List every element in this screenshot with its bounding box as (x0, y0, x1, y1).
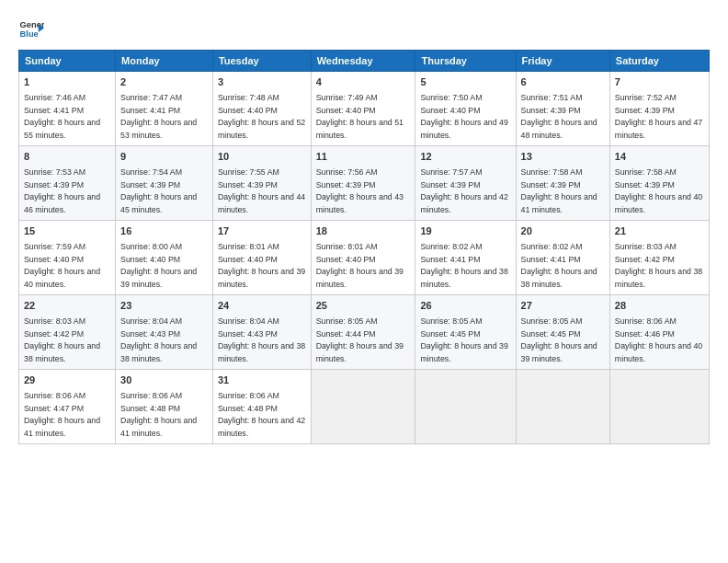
day-number: 31 (218, 373, 306, 388)
day-number: 17 (218, 224, 306, 239)
day-info: Sunrise: 7:49 AMSunset: 4:40 PMDaylight:… (316, 93, 404, 140)
header-day-sunday: Sunday (19, 51, 116, 72)
day-number: 15 (24, 224, 110, 239)
day-info: Sunrise: 7:54 AMSunset: 4:39 PMDaylight:… (120, 167, 197, 214)
day-cell (311, 370, 415, 444)
day-cell: 30Sunrise: 8:06 AMSunset: 4:48 PMDayligh… (116, 370, 213, 444)
day-cell: 7Sunrise: 7:52 AMSunset: 4:39 PMDaylight… (609, 72, 709, 146)
week-row-1: 1Sunrise: 7:46 AMSunset: 4:41 PMDaylight… (19, 72, 710, 146)
day-cell: 29Sunrise: 8:06 AMSunset: 4:47 PMDayligh… (19, 370, 116, 444)
day-info: Sunrise: 8:05 AMSunset: 4:44 PMDaylight:… (316, 316, 404, 363)
day-cell: 24Sunrise: 8:04 AMSunset: 4:43 PMDayligh… (212, 295, 311, 370)
day-info: Sunrise: 7:56 AMSunset: 4:39 PMDaylight:… (316, 167, 404, 214)
week-row-5: 29Sunrise: 8:06 AMSunset: 4:47 PMDayligh… (19, 370, 710, 444)
day-info: Sunrise: 8:06 AMSunset: 4:48 PMDaylight:… (218, 391, 305, 438)
day-number: 28 (615, 299, 704, 314)
day-cell: 27Sunrise: 8:05 AMSunset: 4:45 PMDayligh… (516, 295, 609, 370)
day-info: Sunrise: 8:02 AMSunset: 4:41 PMDaylight:… (521, 242, 597, 289)
day-cell: 17Sunrise: 8:01 AMSunset: 4:40 PMDayligh… (212, 221, 311, 295)
day-info: Sunrise: 7:46 AMSunset: 4:41 PMDaylight:… (24, 93, 100, 140)
day-info: Sunrise: 8:05 AMSunset: 4:45 PMDaylight:… (521, 316, 597, 363)
day-number: 7 (615, 75, 704, 90)
day-cell: 31Sunrise: 8:06 AMSunset: 4:48 PMDayligh… (212, 370, 311, 444)
day-info: Sunrise: 7:58 AMSunset: 4:39 PMDaylight:… (615, 167, 702, 214)
day-info: Sunrise: 8:04 AMSunset: 4:43 PMDaylight:… (120, 316, 197, 363)
header: General Blue (18, 17, 710, 42)
day-cell: 15Sunrise: 7:59 AMSunset: 4:40 PMDayligh… (19, 221, 116, 295)
day-info: Sunrise: 7:48 AMSunset: 4:40 PMDaylight:… (218, 93, 305, 140)
header-day-thursday: Thursday (415, 51, 516, 72)
header-row: SundayMondayTuesdayWednesdayThursdayFrid… (19, 51, 710, 72)
day-info: Sunrise: 8:01 AMSunset: 4:40 PMDaylight:… (218, 242, 305, 289)
day-number: 26 (420, 299, 510, 314)
day-info: Sunrise: 7:50 AMSunset: 4:40 PMDaylight:… (420, 93, 507, 140)
day-number: 2 (120, 75, 208, 90)
day-cell: 18Sunrise: 8:01 AMSunset: 4:40 PMDayligh… (311, 221, 415, 295)
day-number: 16 (120, 224, 208, 239)
day-number: 24 (218, 299, 306, 314)
day-cell: 14Sunrise: 7:58 AMSunset: 4:39 PMDayligh… (609, 146, 709, 221)
day-info: Sunrise: 8:06 AMSunset: 4:47 PMDaylight:… (24, 391, 100, 438)
day-cell: 20Sunrise: 8:02 AMSunset: 4:41 PMDayligh… (516, 221, 609, 295)
day-info: Sunrise: 7:58 AMSunset: 4:39 PMDaylight:… (521, 167, 597, 214)
day-cell: 21Sunrise: 8:03 AMSunset: 4:42 PMDayligh… (609, 221, 709, 295)
day-number: 25 (316, 299, 411, 314)
day-cell: 1Sunrise: 7:46 AMSunset: 4:41 PMDaylight… (19, 72, 116, 146)
svg-text:Blue: Blue (20, 29, 39, 39)
day-cell: 23Sunrise: 8:04 AMSunset: 4:43 PMDayligh… (116, 295, 213, 370)
day-number: 27 (521, 299, 605, 314)
day-number: 19 (420, 224, 510, 239)
day-number: 4 (316, 75, 411, 90)
day-info: Sunrise: 7:57 AMSunset: 4:39 PMDaylight:… (420, 167, 507, 214)
day-cell: 26Sunrise: 8:05 AMSunset: 4:45 PMDayligh… (415, 295, 516, 370)
day-number: 22 (24, 299, 110, 314)
day-cell: 19Sunrise: 8:02 AMSunset: 4:41 PMDayligh… (415, 221, 516, 295)
day-number: 5 (420, 75, 510, 90)
day-cell (609, 370, 709, 444)
day-cell: 11Sunrise: 7:56 AMSunset: 4:39 PMDayligh… (311, 146, 415, 221)
day-cell: 8Sunrise: 7:53 AMSunset: 4:39 PMDaylight… (19, 146, 116, 221)
day-cell: 3Sunrise: 7:48 AMSunset: 4:40 PMDaylight… (212, 72, 311, 146)
header-day-tuesday: Tuesday (212, 51, 311, 72)
day-number: 23 (120, 299, 208, 314)
day-info: Sunrise: 8:00 AMSunset: 4:40 PMDaylight:… (120, 242, 197, 289)
day-number: 9 (120, 150, 208, 165)
week-row-4: 22Sunrise: 8:03 AMSunset: 4:42 PMDayligh… (19, 295, 710, 370)
day-cell (415, 370, 516, 444)
day-number: 21 (615, 224, 704, 239)
day-number: 13 (521, 150, 605, 165)
day-number: 1 (24, 75, 110, 90)
day-number: 12 (420, 150, 510, 165)
day-number: 14 (615, 150, 704, 165)
day-info: Sunrise: 7:47 AMSunset: 4:41 PMDaylight:… (120, 93, 197, 140)
day-info: Sunrise: 7:59 AMSunset: 4:40 PMDaylight:… (24, 242, 100, 289)
day-cell: 10Sunrise: 7:55 AMSunset: 4:39 PMDayligh… (212, 146, 311, 221)
day-info: Sunrise: 7:55 AMSunset: 4:39 PMDaylight:… (218, 167, 305, 214)
day-number: 18 (316, 224, 411, 239)
day-cell: 22Sunrise: 8:03 AMSunset: 4:42 PMDayligh… (19, 295, 116, 370)
day-cell: 25Sunrise: 8:05 AMSunset: 4:44 PMDayligh… (311, 295, 415, 370)
day-cell: 28Sunrise: 8:06 AMSunset: 4:46 PMDayligh… (609, 295, 709, 370)
day-info: Sunrise: 8:06 AMSunset: 4:48 PMDaylight:… (120, 391, 197, 438)
day-number: 29 (24, 373, 110, 388)
day-cell: 16Sunrise: 8:00 AMSunset: 4:40 PMDayligh… (116, 221, 213, 295)
day-info: Sunrise: 7:53 AMSunset: 4:39 PMDaylight:… (24, 167, 100, 214)
week-row-3: 15Sunrise: 7:59 AMSunset: 4:40 PMDayligh… (19, 221, 710, 295)
header-day-friday: Friday (516, 51, 609, 72)
day-cell: 5Sunrise: 7:50 AMSunset: 4:40 PMDaylight… (415, 72, 516, 146)
week-row-2: 8Sunrise: 7:53 AMSunset: 4:39 PMDaylight… (19, 146, 710, 221)
logo-icon: General Blue (18, 17, 44, 42)
day-info: Sunrise: 8:04 AMSunset: 4:43 PMDaylight:… (218, 316, 305, 363)
day-number: 11 (316, 150, 411, 165)
day-number: 30 (120, 373, 208, 388)
day-info: Sunrise: 7:51 AMSunset: 4:39 PMDaylight:… (521, 93, 597, 140)
day-info: Sunrise: 8:05 AMSunset: 4:45 PMDaylight:… (420, 316, 507, 363)
day-info: Sunrise: 8:01 AMSunset: 4:40 PMDaylight:… (316, 242, 404, 289)
day-number: 20 (521, 224, 605, 239)
page: General Blue SundayMondayTuesdayWednesda… (0, 0, 728, 563)
day-cell: 13Sunrise: 7:58 AMSunset: 4:39 PMDayligh… (516, 146, 609, 221)
day-info: Sunrise: 8:06 AMSunset: 4:46 PMDaylight:… (615, 316, 702, 363)
day-cell (516, 370, 609, 444)
day-info: Sunrise: 8:03 AMSunset: 4:42 PMDaylight:… (24, 316, 100, 363)
day-info: Sunrise: 7:52 AMSunset: 4:39 PMDaylight:… (615, 93, 702, 140)
